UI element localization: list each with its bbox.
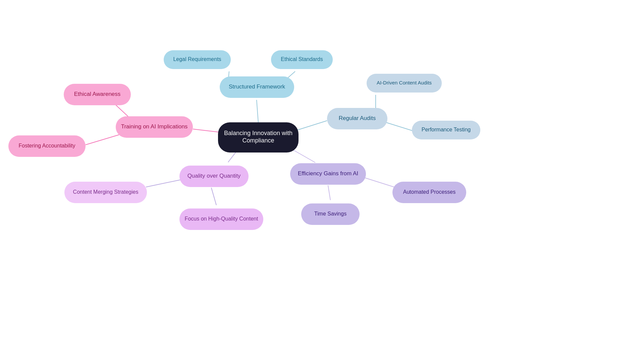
center-label: Balancing Innovation with (224, 130, 292, 136)
fostering-accountability-label: Fostering Accountability (19, 143, 75, 148)
content-merging-label: Content Merging Strategies (73, 189, 139, 195)
svg-line-8 (86, 135, 119, 145)
regular-audits-label: Regular Audits (339, 115, 376, 121)
svg-line-13 (362, 177, 394, 187)
time-savings-label: Time Savings (314, 211, 346, 217)
svg-line-5 (386, 122, 413, 131)
svg-line-11 (211, 188, 216, 205)
svg-line-0 (257, 100, 258, 122)
efficiency-gains-label: Efficiency Gains from AI (298, 170, 358, 177)
svg-line-14 (328, 185, 330, 200)
structured-framework-label: Structured Framework (229, 83, 285, 90)
svg-line-10 (146, 179, 183, 187)
automated-processes-label: Automated Processes (403, 189, 456, 195)
ai-driven-audits-label: AI-Driven Content Audits (377, 80, 432, 85)
svg-line-12 (292, 149, 315, 163)
mindmap-diagram: .conn-line { stroke: #cccccc; stroke-wid… (0, 0, 644, 363)
svg-line-3 (295, 121, 327, 131)
performance-testing-label: Performance Testing (422, 127, 471, 132)
ethical-awareness-label: Ethical Awareness (74, 91, 121, 97)
high-quality-content-label: Focus on High-Quality Content (185, 216, 258, 222)
legal-requirements-label: Legal Requirements (173, 56, 221, 62)
ethical-standards-label: Ethical Standards (281, 56, 323, 62)
training-ai-label: Training on AI Implications (121, 123, 188, 130)
quality-over-quantity-label: Quality over Quantity (187, 173, 241, 179)
svg-line-6 (193, 129, 221, 132)
center-label-2: Compliance (242, 137, 274, 144)
